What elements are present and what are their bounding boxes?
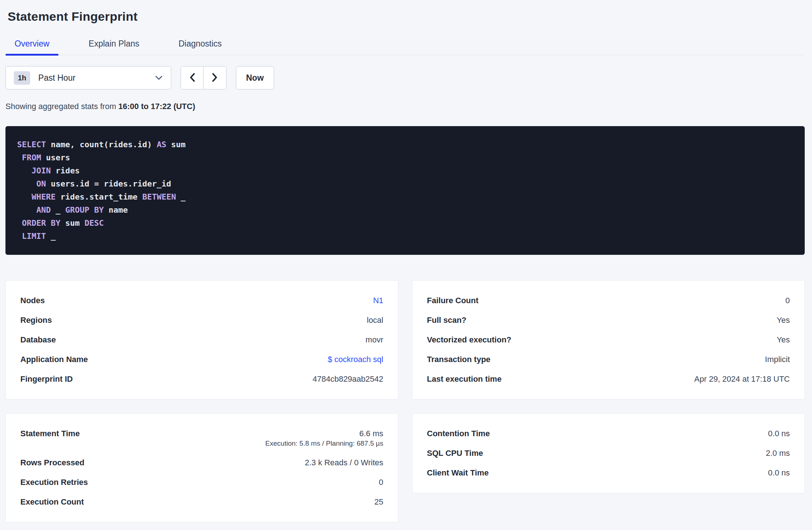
contention-time-value: 0.0 ns: [768, 429, 790, 439]
chevron-down-icon: [155, 75, 163, 80]
info-row-database: Databasemovr: [20, 330, 383, 350]
sql-keyword: ON: [36, 179, 46, 188]
stats-time-range: 16:00 to 17:22 (UTC): [118, 102, 196, 111]
sql-line: WHERE rides.start_time BETWEEN _: [17, 190, 793, 204]
regions-value-wrap: local: [367, 315, 383, 325]
full-scan-value: Yes: [777, 315, 790, 325]
execution-retries-value-wrap: 0: [379, 477, 383, 487]
application-name-label: Application Name: [20, 354, 88, 365]
sql-cpu-time-label: SQL CPU Time: [427, 448, 483, 458]
sql-line: ON users.id = rides.rider_id: [17, 177, 793, 190]
sql-text: sum: [60, 218, 84, 228]
next-time-button[interactable]: [204, 67, 226, 89]
execution-count-value-wrap: 25: [374, 497, 383, 507]
info-row-execution-retries: Execution Retries0: [20, 473, 383, 492]
info-row-sql-cpu-time: SQL CPU Time2.0 ms: [427, 443, 790, 463]
info-row-last-execution-time: Last execution timeApr 29, 2024 at 17:18…: [427, 369, 790, 389]
sql-text: users: [41, 153, 70, 162]
sql-text: _: [46, 232, 56, 241]
full-scan-value-wrap: Yes: [777, 315, 790, 325]
vectorized-execution-label: Vectorized execution?: [427, 335, 511, 345]
vectorized-execution-value: Yes: [777, 335, 790, 345]
summary-cards-grid: NodesN1RegionslocalDatabasemovrApplicati…: [5, 280, 805, 522]
transaction-type-value: Implicit: [765, 354, 790, 365]
transaction-type-value-wrap: Implicit: [765, 354, 790, 365]
info-row-failure-count: Failure Count0: [427, 291, 790, 310]
last-execution-time-value: Apr 29, 2024 at 17:18 UTC: [694, 374, 790, 384]
nodes-link[interactable]: N1: [373, 296, 383, 306]
info-row-rows-processed: Rows Processed2.3 k Reads / 0 Writes: [20, 453, 383, 473]
vectorized-execution-value-wrap: Yes: [777, 335, 790, 345]
fingerprint-id-value-wrap: 4784cb829aab2542: [313, 374, 383, 384]
rows-processed-value-wrap: 2.3 k Reads / 0 Writes: [305, 458, 383, 468]
client-wait-time-label: Client Wait Time: [427, 468, 489, 478]
sql-text: rides.start_time: [56, 192, 142, 201]
time-interval-select[interactable]: 1h Past Hour: [5, 66, 171, 89]
transaction-type-label: Transaction type: [427, 354, 491, 365]
info-row-contention-time: Contention Time0.0 ns: [427, 424, 790, 443]
tab-overview[interactable]: Overview: [5, 35, 59, 55]
database-label: Database: [20, 335, 56, 345]
chevron-right-icon: [212, 72, 218, 84]
info-row-application-name: Application Name$ cockroach sql: [20, 350, 383, 369]
now-button[interactable]: Now: [236, 66, 274, 89]
time-toolbar: 1h Past Hour Now: [5, 66, 805, 89]
interval-label: Past Hour: [38, 73, 75, 83]
info-row-fingerprint-id: Fingerprint ID4784cb829aab2542: [20, 369, 383, 389]
sql-line: LIMIT _: [17, 230, 793, 243]
application-name-link[interactable]: $ cockroach sql: [328, 354, 383, 365]
sql-keyword: DESC: [84, 218, 104, 228]
client-wait-time-value-wrap: 0.0 ns: [768, 468, 790, 478]
time-nav-group: [181, 66, 226, 89]
database-value-wrap: movr: [366, 335, 383, 345]
info-row-full-scan: Full scan?Yes: [427, 310, 790, 330]
execution-retries-value: 0: [379, 477, 383, 487]
overview-card-right: Failure Count0Full scan?YesVectorized ex…: [412, 280, 805, 399]
sql-text: [17, 192, 32, 201]
sql-text: name: [104, 205, 128, 214]
sql-keyword: WHERE: [32, 192, 56, 201]
sql-text: [17, 153, 22, 162]
statement-time-value-wrap: 6.6 msExecution: 5.8 ms / Planning: 687.…: [265, 429, 383, 448]
tab-diagnostics[interactable]: Diagnostics: [169, 35, 231, 55]
sql-line: ORDER BY sum DESC: [17, 217, 793, 230]
stats-summary-prefix: Showing aggregated stats from: [5, 102, 116, 111]
sql-keyword: FROM: [22, 153, 41, 162]
info-row-transaction-type: Transaction typeImplicit: [427, 350, 790, 369]
tabs: OverviewExplain PlansDiagnostics: [5, 35, 805, 55]
sql-keyword: ORDER BY: [22, 218, 60, 228]
last-execution-time-value-wrap: Apr 29, 2024 at 17:18 UTC: [694, 374, 790, 384]
contention-time-label: Contention Time: [427, 429, 490, 439]
sql-cpu-time-value: 2.0 ms: [766, 448, 790, 458]
last-execution-time-label: Last execution time: [427, 374, 502, 384]
rows-processed-value: 2.3 k Reads / 0 Writes: [305, 458, 383, 468]
full-scan-label: Full scan?: [427, 315, 467, 325]
statement-time-value: 6.6 ms: [265, 429, 383, 439]
sql-text: [17, 179, 36, 188]
sql-text: users.id = rides.rider_id: [46, 179, 171, 188]
info-row-regions: Regionslocal: [20, 310, 383, 330]
timing-card-left: Statement Time6.6 msExecution: 5.8 ms / …: [5, 413, 398, 522]
nodes-value-wrap: N1: [373, 296, 383, 306]
statement-fingerprint-page: Statement Fingerprint OverviewExplain Pl…: [0, 0, 812, 522]
rows-processed-label: Rows Processed: [20, 458, 84, 468]
regions-label: Regions: [20, 315, 52, 325]
timing-card-right: Contention Time0.0 nsSQL CPU Time2.0 msC…: [412, 413, 805, 493]
aggregated-stats-summary: Showing aggregated stats from16:00 to 17…: [5, 101, 805, 112]
sql-keyword: SELECT: [17, 140, 46, 149]
sql-keyword: JOIN: [32, 166, 51, 175]
chevron-left-icon: [189, 72, 196, 84]
nodes-label: Nodes: [20, 296, 45, 306]
sql-text: [17, 166, 32, 175]
failure-count-value: 0: [785, 296, 790, 306]
tab-explain-plans[interactable]: Explain Plans: [80, 35, 148, 55]
contention-time-value-wrap: 0.0 ns: [768, 429, 790, 439]
overview-card-left: NodesN1RegionslocalDatabasemovrApplicati…: [5, 280, 398, 399]
failure-count-value-wrap: 0: [785, 296, 790, 306]
prev-time-button[interactable]: [181, 67, 204, 89]
client-wait-time-value: 0.0 ns: [768, 468, 790, 478]
info-row-vectorized-execution: Vectorized execution?Yes: [427, 330, 790, 350]
sql-keyword: GROUP BY: [65, 205, 104, 214]
info-row-nodes: NodesN1: [20, 291, 383, 310]
sql-keyword: BETWEEN: [142, 192, 176, 201]
